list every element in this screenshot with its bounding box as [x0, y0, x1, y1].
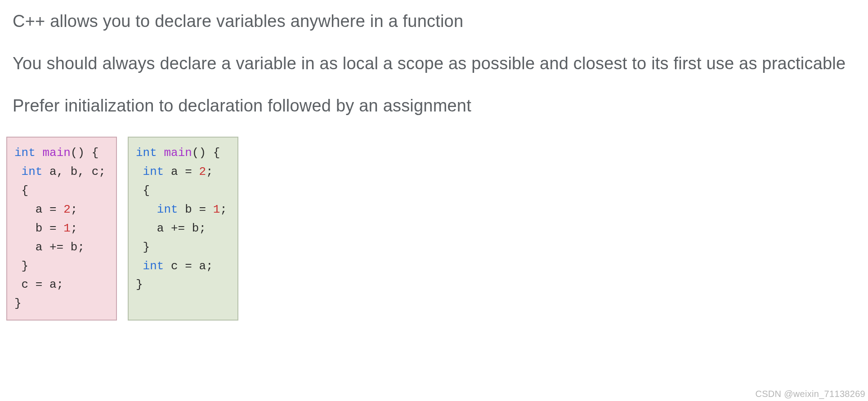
code-row: int main() { int a, b, c; { a = 2; b = 1…: [6, 137, 855, 321]
brace-close: }: [14, 259, 28, 273]
semi: ;: [199, 222, 206, 235]
paragraph-1: C++ allows you to declare variables anyw…: [13, 10, 855, 32]
paragraph-2: You should always declare a variable in …: [13, 52, 855, 75]
code-box-bad: int main() { int a, b, c; { a = 2; b = 1…: [6, 137, 117, 321]
semi: ;: [77, 241, 85, 254]
op-plus-assign: +=: [49, 241, 63, 254]
kw-int: int: [157, 203, 178, 216]
num: 1: [213, 203, 220, 216]
brace-open: {: [14, 184, 28, 197]
sp: [185, 222, 192, 235]
brace-open: {: [136, 184, 150, 197]
code-bad: int main() { int a, b, c; { a = 2; b = 1…: [14, 144, 108, 313]
assign-c: c = a;: [14, 278, 63, 291]
kw-int: int: [143, 165, 164, 178]
semi: ;: [220, 203, 227, 216]
kw-int: int: [14, 146, 36, 160]
semi: ;: [71, 203, 78, 216]
slide-content: C++ allows you to declare variables anyw…: [0, 0, 868, 321]
brace-close: }: [14, 297, 22, 310]
brace-close: }: [136, 278, 143, 291]
fn-main: main: [164, 146, 192, 160]
op-plus-assign: +=: [171, 222, 185, 235]
var: b: [192, 222, 199, 235]
semi: ;: [71, 222, 78, 235]
var: b: [71, 241, 78, 254]
num: 2: [63, 203, 71, 216]
lhs: a: [14, 241, 49, 254]
decl: a, b, c;: [42, 165, 105, 178]
mid: a: [164, 165, 185, 178]
lhs: a: [14, 203, 49, 216]
num: 2: [199, 165, 206, 178]
lhs: b: [14, 222, 49, 235]
sp: [63, 241, 71, 254]
punct: () {: [71, 146, 98, 160]
op-assign: =: [199, 203, 206, 216]
sp: [57, 222, 64, 235]
code-box-good: int main() { int a = 2; { int b = 1; a +…: [128, 137, 238, 321]
lhs: a: [136, 222, 171, 235]
mid: b: [178, 203, 199, 216]
semi: ;: [206, 165, 213, 178]
brace-close: }: [136, 241, 150, 254]
watermark: CSDN @weixin_71138269: [755, 389, 865, 399]
sp: [206, 203, 213, 216]
kw-int: int: [22, 165, 43, 178]
punct: () {: [192, 146, 220, 160]
op-assign: =: [49, 222, 57, 235]
op-assign: =: [185, 165, 192, 178]
sp: [192, 165, 199, 178]
op-assign: =: [49, 203, 57, 216]
fn-main: main: [42, 146, 70, 160]
num: 1: [63, 222, 71, 235]
kw-int: int: [136, 146, 157, 160]
sp: [57, 203, 64, 216]
assign-c: c = a;: [164, 259, 213, 273]
code-good: int main() { int a = 2; { int b = 1; a +…: [136, 144, 229, 294]
kw-int: int: [143, 259, 164, 273]
paragraph-3: Prefer initialization to declaration fol…: [13, 94, 855, 117]
